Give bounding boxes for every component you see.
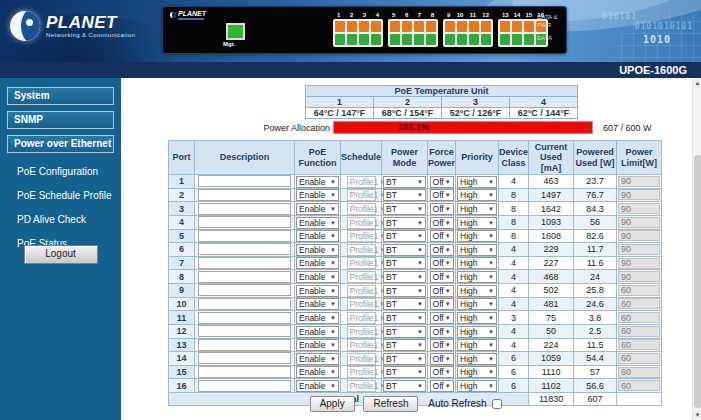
priority-select[interactable]: High▼ bbox=[457, 380, 497, 392]
force-power-select[interactable]: Off▼ bbox=[430, 203, 454, 215]
scrollbar-up-icon[interactable]: ▲ bbox=[693, 78, 701, 88]
power-mode-select[interactable]: BT▼ bbox=[383, 326, 426, 338]
priority-select[interactable]: High▼ bbox=[457, 189, 497, 201]
vertical-scrollbar[interactable]: ▲ ▼ bbox=[692, 78, 701, 420]
poe-function-select[interactable]: Enable▼ bbox=[296, 244, 339, 256]
power-limit-input[interactable] bbox=[618, 285, 660, 296]
poe-function-select[interactable]: Enable▼ bbox=[296, 176, 339, 188]
description-input[interactable] bbox=[198, 175, 291, 187]
priority-select[interactable]: High▼ bbox=[457, 257, 497, 269]
priority-select[interactable]: High▼ bbox=[457, 326, 497, 338]
power-mode-select[interactable]: BT▼ bbox=[383, 176, 426, 188]
force-power-select[interactable]: Off▼ bbox=[430, 366, 454, 378]
power-mode-select[interactable]: BT▼ bbox=[383, 203, 426, 215]
force-power-select[interactable]: Off▼ bbox=[430, 244, 454, 256]
force-power-select[interactable]: Off▼ bbox=[430, 312, 454, 324]
description-input[interactable] bbox=[198, 189, 291, 201]
priority-select[interactable]: High▼ bbox=[457, 312, 497, 324]
power-limit-input[interactable] bbox=[618, 189, 660, 200]
description-input[interactable] bbox=[198, 203, 291, 215]
description-input[interactable] bbox=[198, 243, 291, 255]
power-limit-input[interactable] bbox=[618, 367, 660, 378]
power-limit-input[interactable] bbox=[618, 217, 660, 228]
poe-function-select[interactable]: Enable▼ bbox=[296, 271, 339, 283]
power-mode-select[interactable]: BT▼ bbox=[383, 271, 426, 283]
priority-select[interactable]: High▼ bbox=[457, 203, 497, 215]
description-input[interactable] bbox=[198, 339, 291, 351]
power-limit-input[interactable] bbox=[618, 230, 660, 241]
power-mode-select[interactable]: BT▼ bbox=[383, 339, 426, 351]
poe-function-select[interactable]: Enable▼ bbox=[296, 380, 339, 392]
force-power-select[interactable]: Off▼ bbox=[430, 326, 454, 338]
poe-function-select[interactable]: Enable▼ bbox=[296, 189, 339, 201]
description-input[interactable] bbox=[198, 312, 291, 324]
poe-function-select[interactable]: Enable▼ bbox=[296, 339, 339, 351]
description-input[interactable] bbox=[198, 271, 291, 283]
poe-function-select[interactable]: Enable▼ bbox=[296, 353, 339, 365]
sidebar-item-system[interactable]: System bbox=[7, 87, 114, 105]
poe-function-select[interactable]: Enable▼ bbox=[296, 217, 339, 229]
force-power-select[interactable]: Off▼ bbox=[430, 230, 454, 242]
priority-select[interactable]: High▼ bbox=[457, 285, 497, 297]
priority-select[interactable]: High▼ bbox=[457, 298, 497, 310]
power-limit-input[interactable] bbox=[618, 298, 660, 309]
power-limit-input[interactable] bbox=[618, 326, 660, 337]
priority-select[interactable]: High▼ bbox=[457, 217, 497, 229]
scrollbar-thumb[interactable] bbox=[694, 155, 701, 408]
description-input[interactable] bbox=[198, 257, 291, 269]
description-input[interactable] bbox=[198, 284, 291, 296]
description-input[interactable] bbox=[198, 216, 291, 228]
force-power-select[interactable]: Off▼ bbox=[430, 380, 454, 392]
poe-function-select[interactable]: Enable▼ bbox=[296, 312, 339, 324]
priority-select[interactable]: High▼ bbox=[457, 339, 497, 351]
power-mode-select[interactable]: BT▼ bbox=[383, 380, 426, 392]
priority-select[interactable]: High▼ bbox=[457, 366, 497, 378]
sidebar-item-snmp[interactable]: SNMP bbox=[7, 111, 114, 129]
force-power-select[interactable]: Off▼ bbox=[430, 285, 454, 297]
sidebar-item-poe-configuration[interactable]: PoE Configuration bbox=[17, 166, 121, 177]
poe-function-select[interactable]: Enable▼ bbox=[296, 257, 339, 269]
description-input[interactable] bbox=[198, 230, 291, 242]
priority-select[interactable]: High▼ bbox=[457, 176, 497, 188]
power-limit-input[interactable] bbox=[618, 271, 660, 282]
sidebar-item-poe-schedule-profile[interactable]: PoE Schedule Profile bbox=[17, 190, 121, 201]
description-input[interactable] bbox=[198, 298, 291, 310]
description-input[interactable] bbox=[198, 366, 291, 378]
power-mode-select[interactable]: BT▼ bbox=[383, 298, 426, 310]
priority-select[interactable]: High▼ bbox=[457, 353, 497, 365]
power-mode-select[interactable]: BT▼ bbox=[383, 312, 426, 324]
power-limit-input[interactable] bbox=[618, 244, 660, 255]
force-power-select[interactable]: Off▼ bbox=[430, 257, 454, 269]
power-mode-select[interactable]: BT▼ bbox=[383, 353, 426, 365]
force-power-select[interactable]: Off▼ bbox=[430, 176, 454, 188]
power-limit-input[interactable] bbox=[618, 353, 660, 364]
force-power-select[interactable]: Off▼ bbox=[430, 298, 454, 310]
poe-function-select[interactable]: Enable▼ bbox=[296, 230, 339, 242]
logout-button[interactable]: Logout bbox=[24, 245, 98, 264]
power-mode-select[interactable]: BT▼ bbox=[383, 230, 426, 242]
auto-refresh-checkbox[interactable] bbox=[492, 399, 502, 409]
description-input[interactable] bbox=[198, 352, 291, 364]
force-power-select[interactable]: Off▼ bbox=[430, 271, 454, 283]
description-input[interactable] bbox=[198, 380, 291, 392]
power-mode-select[interactable]: BT▼ bbox=[383, 285, 426, 297]
poe-function-select[interactable]: Enable▼ bbox=[296, 326, 339, 338]
force-power-select[interactable]: Off▼ bbox=[430, 353, 454, 365]
sidebar-item-power-over-ethernet[interactable]: Power over Ethernet bbox=[7, 135, 114, 153]
sidebar-item-pd-alive-check[interactable]: PD Alive Check bbox=[17, 214, 121, 225]
power-limit-input[interactable] bbox=[618, 203, 660, 214]
poe-function-select[interactable]: Enable▼ bbox=[296, 203, 339, 215]
power-mode-select[interactable]: BT▼ bbox=[383, 366, 426, 378]
apply-button[interactable]: Apply bbox=[310, 396, 355, 412]
power-limit-input[interactable] bbox=[618, 380, 660, 391]
priority-select[interactable]: High▼ bbox=[457, 230, 497, 242]
force-power-select[interactable]: Off▼ bbox=[430, 217, 454, 229]
refresh-button[interactable]: Refresh bbox=[363, 396, 418, 412]
priority-select[interactable]: High▼ bbox=[457, 244, 497, 256]
priority-select[interactable]: High▼ bbox=[457, 271, 497, 283]
poe-function-select[interactable]: Enable▼ bbox=[296, 366, 339, 378]
description-input[interactable] bbox=[198, 325, 291, 337]
power-limit-input[interactable] bbox=[618, 258, 660, 269]
force-power-select[interactable]: Off▼ bbox=[430, 189, 454, 201]
force-power-select[interactable]: Off▼ bbox=[430, 339, 454, 351]
